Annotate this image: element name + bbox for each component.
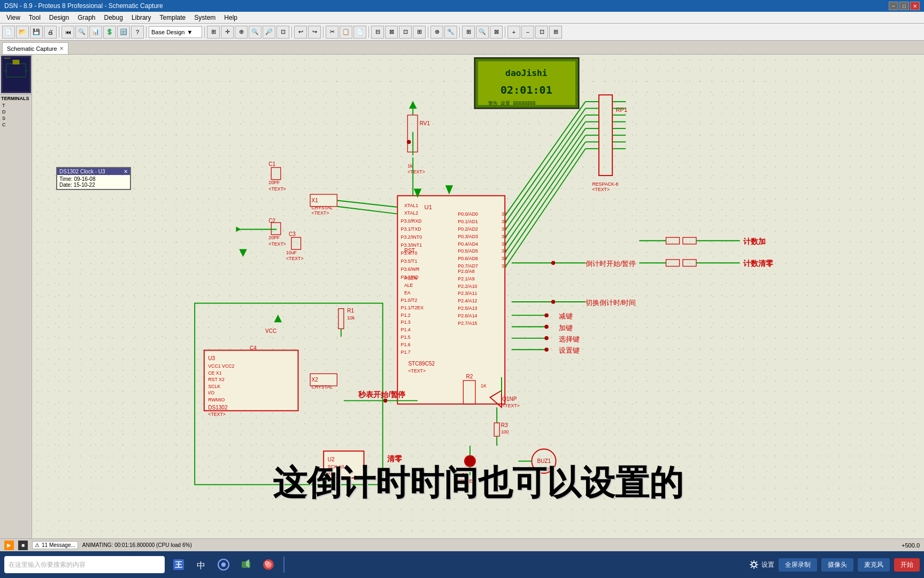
svg-text:计数加: 计数加 bbox=[743, 237, 766, 246]
dollar-button[interactable]: 💲 bbox=[103, 26, 116, 39]
svg-text:C2: C2 bbox=[268, 218, 275, 224]
back-button[interactable]: ⏮ bbox=[61, 26, 74, 39]
tb-btn-c[interactable]: ⊕ bbox=[235, 26, 248, 39]
tb-undo[interactable]: ↩ bbox=[294, 26, 307, 39]
messages-indicator[interactable]: ⚠ 11 Message... bbox=[32, 541, 78, 549]
find-button[interactable]: 🔍 bbox=[75, 26, 88, 39]
taskbar-search[interactable]: 在这里输入你要搜索的内容 bbox=[4, 556, 165, 573]
save-button[interactable]: 💾 bbox=[30, 26, 43, 39]
svg-text:XTAL2: XTAL2 bbox=[404, 210, 418, 216]
taskbar-icon-5[interactable] bbox=[259, 555, 278, 574]
help-button[interactable]: ? bbox=[131, 26, 144, 39]
menu-library[interactable]: Library bbox=[127, 13, 156, 22]
tb-misc1[interactable]: ⊟ bbox=[371, 26, 384, 39]
taskbar-icon-2[interactable]: 中 bbox=[191, 555, 211, 574]
tb-misc10[interactable]: + bbox=[507, 26, 520, 39]
taskbar-icon-4[interactable] bbox=[236, 555, 256, 574]
menu-debug[interactable]: Debug bbox=[100, 13, 127, 22]
svg-text:VCC1  VCC2: VCC1 VCC2 bbox=[208, 363, 234, 369]
maximize-button[interactable]: □ bbox=[899, 2, 909, 10]
camera-button[interactable]: 摄像头 bbox=[821, 558, 853, 572]
start-button[interactable]: 开始 bbox=[894, 558, 920, 572]
design-dropdown[interactable]: Base Design ▼ bbox=[149, 26, 202, 38]
menubar: View Tool Design Graph Debug Library Tem… bbox=[0, 12, 924, 24]
tb-cut[interactable]: ✂ bbox=[326, 26, 338, 39]
close-button[interactable]: ✕ bbox=[910, 2, 920, 10]
menu-help[interactable]: Help bbox=[220, 13, 242, 22]
svg-text:P0.6/AD6: P0.6/AD6 bbox=[458, 256, 478, 261]
sep5 bbox=[323, 26, 324, 38]
stop-button[interactable]: ■ bbox=[18, 541, 28, 550]
svg-text:RST   X2: RST X2 bbox=[208, 377, 225, 382]
taskbar-icon-3[interactable] bbox=[214, 555, 233, 574]
svg-point-167 bbox=[544, 325, 549, 329]
svg-text:RP1: RP1 bbox=[615, 107, 627, 113]
svg-text:<TEXT>: <TEXT> bbox=[407, 169, 425, 174]
print-button[interactable]: 🖨 bbox=[44, 26, 57, 39]
tb-copy[interactable]: 📋 bbox=[340, 26, 352, 39]
statusbar: ▶ ■ ⚠ 11 Message... ANIMATING: 00:01:16.… bbox=[0, 538, 924, 551]
tb-misc13[interactable]: ⊞ bbox=[549, 26, 562, 39]
tab-close-icon[interactable]: ✕ bbox=[59, 45, 64, 51]
open-button[interactable]: 📂 bbox=[16, 26, 29, 39]
tb-btn-zoom-fit[interactable]: ⊡ bbox=[276, 26, 289, 39]
tb-redo[interactable]: ↪ bbox=[308, 26, 321, 39]
svg-text:P2.3/A11: P2.3/A11 bbox=[458, 291, 477, 296]
tb-misc5[interactable]: ⊕ bbox=[430, 26, 443, 39]
schematic-canvas[interactable]: DS1302 Clock - U3 ✕ Time: 09-16-08 Date:… bbox=[32, 55, 924, 538]
messages-text: 11 Message... bbox=[42, 542, 75, 548]
tb-misc9[interactable]: ⊠ bbox=[490, 26, 503, 39]
tb-paste[interactable]: 📄 bbox=[353, 26, 366, 39]
terminals-label: TERMINALS bbox=[0, 94, 32, 102]
svg-point-176 bbox=[383, 399, 388, 403]
svg-text:VCC: VCC bbox=[265, 328, 276, 334]
svg-text:P0.0/AD0: P0.0/AD0 bbox=[458, 211, 478, 217]
sep7 bbox=[428, 26, 428, 38]
menu-graph[interactable]: Graph bbox=[73, 13, 99, 22]
svg-text:RESPACK-8: RESPACK-8 bbox=[592, 181, 618, 187]
settings-label[interactable]: 设置 bbox=[761, 560, 774, 569]
chart-button[interactable]: 📊 bbox=[89, 26, 102, 39]
tab-schematic[interactable]: Schematic Capture ✕ bbox=[2, 42, 68, 54]
tabbar: Schematic Capture ✕ bbox=[0, 41, 924, 55]
tb-misc2[interactable]: ⊠ bbox=[385, 26, 398, 39]
tb-misc11[interactable]: − bbox=[521, 26, 534, 39]
tab-label: Schematic Capture bbox=[7, 45, 57, 52]
menu-system[interactable]: System bbox=[190, 13, 220, 22]
svg-text:P3.1/TXD: P3.1/TXD bbox=[401, 226, 421, 232]
new-button[interactable]: 📄 bbox=[2, 26, 15, 39]
menu-tool[interactable]: Tool bbox=[25, 13, 45, 22]
fullscreen-button[interactable]: 全屏录制 bbox=[779, 558, 817, 572]
svg-point-111 bbox=[407, 140, 411, 144]
tb-btn-b[interactable]: ✛ bbox=[221, 26, 234, 39]
svg-text:P3.5/T1: P3.5/T1 bbox=[401, 258, 418, 264]
svg-text:20PF: 20PF bbox=[268, 180, 280, 185]
svg-text:P1.0/T2: P1.0/T2 bbox=[401, 298, 418, 303]
tb-misc3[interactable]: ⊡ bbox=[399, 26, 412, 39]
svg-text:P1.7: P1.7 bbox=[401, 349, 411, 355]
mic-button[interactable]: 麦克风 bbox=[858, 558, 890, 572]
tb-btn-a[interactable]: ⊞ bbox=[207, 26, 220, 39]
tb-misc6[interactable]: 🔧 bbox=[444, 26, 457, 39]
tb-misc8[interactable]: 🔍 bbox=[476, 26, 489, 39]
svg-text:X2: X2 bbox=[312, 377, 319, 383]
text-button[interactable]: 🔡 bbox=[117, 26, 130, 39]
play-button[interactable]: ▶ bbox=[4, 541, 14, 550]
tb-btn-zoom-in[interactable]: 🔍 bbox=[249, 26, 261, 39]
taskbar-icon-1[interactable]: 王 bbox=[169, 555, 188, 574]
menu-view[interactable]: View bbox=[2, 13, 25, 22]
tb-btn-zoom-out[interactable]: 🔎 bbox=[263, 26, 275, 39]
svg-text:C1: C1 bbox=[268, 161, 275, 167]
tb-misc12[interactable]: ⊡ bbox=[535, 26, 548, 39]
svg-text:P1.1/T2EX: P1.1/T2EX bbox=[401, 305, 424, 310]
tb-misc4[interactable]: ⊞ bbox=[413, 26, 426, 39]
tb-misc7[interactable]: ⊞ bbox=[462, 26, 475, 39]
menu-template[interactable]: Template bbox=[156, 13, 190, 22]
svg-text:R3: R3 bbox=[501, 422, 508, 428]
svg-point-156 bbox=[551, 261, 556, 265]
menu-design[interactable]: Design bbox=[45, 13, 73, 22]
toolbar: 📄 📂 💾 🖨 ⏮ 🔍 📊 💲 🔡 ? Base Design ▼ ⊞ ✛ ⊕ … bbox=[0, 24, 924, 41]
minimize-button[interactable]: − bbox=[889, 2, 898, 10]
animating-status: ANIMATING: 00:01:16.800000 (CPU load 6%) bbox=[82, 542, 192, 548]
svg-text:减键: 减键 bbox=[559, 313, 573, 320]
